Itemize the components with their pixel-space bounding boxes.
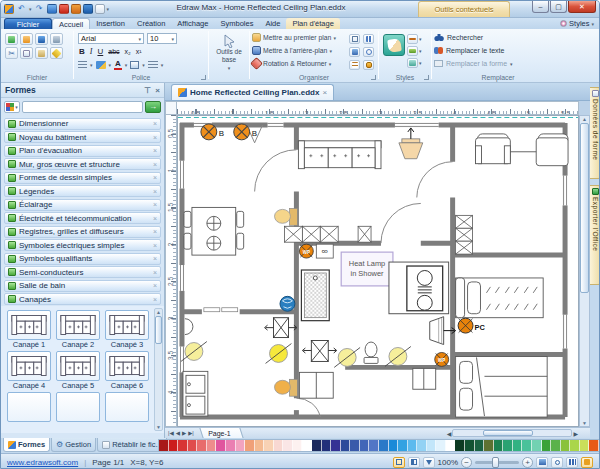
open-icon[interactable] <box>20 33 33 45</box>
library-close-icon[interactable]: × <box>153 201 157 208</box>
tab-plan-etage[interactable]: Plan d'étage <box>286 18 339 29</box>
redo-icon[interactable]: ↷ <box>34 3 45 14</box>
import-icon[interactable] <box>5 33 18 45</box>
tab-fichier[interactable]: Fichier <box>4 18 52 29</box>
bed-bottom-right[interactable] <box>456 356 548 417</box>
color-swatch[interactable] <box>570 440 580 451</box>
save-icon[interactable] <box>35 33 48 45</box>
color-swatch[interactable] <box>331 440 341 451</box>
style-brush-icon[interactable] <box>383 34 405 56</box>
scroll-down-icon[interactable]: ▼ <box>582 420 587 426</box>
sidetab-donnees-de-forme[interactable]: Données de forme <box>590 87 600 179</box>
export-pdf-icon[interactable] <box>59 4 69 14</box>
library-close-icon[interactable]: × <box>153 282 157 289</box>
center-icon[interactable] <box>363 47 374 57</box>
sidetab-exporter-office[interactable]: Exporter l'Office <box>590 185 600 285</box>
zoom-in-button[interactable]: + <box>522 457 533 468</box>
tab-symboles[interactable]: Symboles <box>214 18 259 29</box>
shape-thumbnail[interactable] <box>7 392 51 422</box>
color-swatch[interactable] <box>580 440 590 451</box>
color-swatch[interactable] <box>389 440 399 451</box>
pin-icon[interactable]: ⊤ <box>144 86 151 95</box>
tab-affichage[interactable]: Affichage <box>171 18 214 29</box>
library-close-icon[interactable]: × <box>153 215 157 222</box>
library-close-icon[interactable]: × <box>153 120 157 127</box>
library-item[interactable]: Symboles qualifiants × <box>4 253 161 265</box>
filter-view-icon[interactable] <box>423 457 435 468</box>
lock-icon[interactable] <box>363 60 374 70</box>
shape-thumbnail[interactable]: Canapé 2 <box>55 310 101 349</box>
undo-icon[interactable]: ↶ <box>16 3 27 14</box>
color-swatch[interactable] <box>188 440 198 451</box>
page-layout-view-icon[interactable] <box>408 457 420 468</box>
scroll-left-icon[interactable]: ◀ <box>447 430 452 437</box>
bathtub[interactable] <box>301 270 329 321</box>
scroll-up-icon[interactable]: ▲ <box>156 309 161 315</box>
panel-tab-gestion[interactable]: ⚙ Gestion <box>51 438 96 452</box>
color-swatch[interactable] <box>503 440 513 451</box>
color-swatch[interactable] <box>561 440 571 451</box>
color-swatch[interactable] <box>341 440 351 451</box>
color-swatch[interactable] <box>551 440 561 451</box>
color-swatch[interactable] <box>302 440 312 451</box>
italic-button[interactable]: I <box>89 48 94 56</box>
document-close-icon[interactable]: × <box>322 88 327 97</box>
shape-thumbnail[interactable]: Canapé 5 <box>55 351 101 390</box>
wall-lamp-half[interactable] <box>185 319 193 335</box>
library-item[interactable]: Électricité et télécommunication × <box>4 212 161 224</box>
library-close-icon[interactable]: × <box>153 242 157 249</box>
color-swatch[interactable] <box>236 440 246 451</box>
library-item[interactable]: Semi-conducteurs × <box>4 266 161 278</box>
color-swatch[interactable] <box>312 440 322 451</box>
library-item[interactable]: Dimensionner × <box>4 118 161 130</box>
edrawsoft-link[interactable]: www.edrawsoft.com <box>7 458 78 467</box>
search-button[interactable]: Rechercher <box>434 31 562 44</box>
library-close-icon[interactable]: × <box>153 188 157 195</box>
library-close-icon[interactable]: × <box>153 147 157 154</box>
zoom-slider-thumb[interactable] <box>492 457 499 468</box>
color-swatch[interactable] <box>264 440 274 451</box>
cabinets[interactable] <box>299 368 435 398</box>
scrollbar-thumb[interactable] <box>155 316 162 344</box>
color-swatch[interactable] <box>283 440 293 451</box>
color-swatch[interactable] <box>322 440 332 451</box>
color-swatch[interactable] <box>408 440 418 451</box>
color-swatch[interactable] <box>178 440 188 451</box>
color-swatch[interactable] <box>360 440 370 451</box>
color-swatch[interactable] <box>589 440 599 451</box>
color-swatch[interactable] <box>245 440 255 451</box>
shower-heat-lamp[interactable] <box>389 262 449 314</box>
styles-menu[interactable]: Styles ▾ <box>560 18 594 29</box>
font-family-select[interactable]: Arial▾ <box>78 33 144 44</box>
color-swatch[interactable] <box>436 440 446 451</box>
sofa[interactable] <box>298 141 381 169</box>
fit-page-icon[interactable] <box>536 457 548 468</box>
tab-creation[interactable]: Création <box>131 18 171 29</box>
library-close-icon[interactable]: × <box>153 161 157 168</box>
library-close-icon[interactable]: × <box>153 134 157 141</box>
line-style-icon[interactable] <box>407 34 418 44</box>
toilet[interactable] <box>364 342 378 363</box>
subscript-button[interactable]: x₂ <box>124 48 132 55</box>
bold-button[interactable]: B <box>78 48 86 56</box>
color-swatch[interactable] <box>484 440 494 451</box>
hscroll-thumb[interactable] <box>483 430 533 436</box>
thumbnails-scrollbar[interactable]: ▲ ▼ <box>154 308 163 431</box>
color-swatch[interactable] <box>398 440 408 451</box>
basic-tools-button[interactable]: Outils de base ▾ <box>211 33 247 75</box>
horizontal-scrollbar[interactable]: ◀ ▶ <box>447 429 578 437</box>
qat-caret-icon[interactable]: ▾ <box>107 6 110 12</box>
document-tab[interactable]: Home Reflected Ceiling Plan.eddx × <box>171 84 334 100</box>
print-icon[interactable] <box>50 33 63 45</box>
bring-to-front-button[interactable]: Mettre au premier plan▾ <box>252 31 349 44</box>
export-word-icon[interactable] <box>83 4 93 14</box>
font-color-icon[interactable]: A <box>114 60 122 70</box>
scroll-up-icon[interactable]: ▲ <box>582 116 587 122</box>
rotate-flip-button[interactable]: Rotation & Retourner▾ <box>252 57 349 70</box>
copy-icon[interactable] <box>20 47 33 59</box>
library-item[interactable]: Plan d'évacuation × <box>4 145 161 157</box>
tab-accueil[interactable]: Accueil <box>52 18 90 29</box>
next-page-button[interactable]: ▶ <box>182 430 186 436</box>
kitchen-sink[interactable] <box>183 371 208 416</box>
color-swatch[interactable] <box>532 440 542 451</box>
